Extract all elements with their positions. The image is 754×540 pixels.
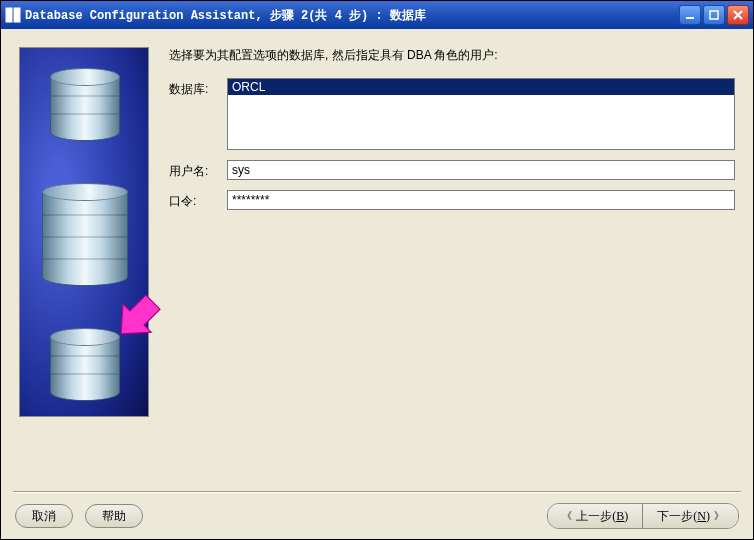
- password-field[interactable]: [227, 190, 735, 210]
- chevron-right-icon: 》: [714, 509, 724, 523]
- username-row: 用户名:: [169, 160, 735, 180]
- next-button[interactable]: 下一步(N) 》: [643, 504, 738, 528]
- window-title: Database Configuration Assistant, 步骤 2(共…: [25, 7, 679, 24]
- instruction-text: 选择要为其配置选项的数据库, 然后指定具有 DBA 角色的用户:: [169, 47, 735, 64]
- svg-rect-0: [6, 8, 12, 22]
- help-button[interactable]: 帮助: [85, 504, 143, 528]
- back-button[interactable]: 《 上一步(B): [548, 504, 642, 528]
- titlebar[interactable]: Database Configuration Assistant, 步骤 2(共…: [1, 1, 753, 29]
- svg-rect-2: [686, 17, 694, 19]
- form-area: 选择要为其配置选项的数据库, 然后指定具有 DBA 角色的用户: 数据库: OR…: [169, 47, 735, 473]
- maximize-button[interactable]: [703, 5, 725, 25]
- svg-rect-1: [14, 8, 20, 22]
- chevron-left-icon: 《: [562, 509, 572, 523]
- list-item[interactable]: ORCL: [228, 79, 734, 95]
- content-area: 选择要为其配置选项的数据库, 然后指定具有 DBA 角色的用户: 数据库: OR…: [1, 29, 753, 491]
- back-label: 上一步(B): [576, 508, 628, 525]
- username-label: 用户名:: [169, 160, 219, 180]
- app-icon: [5, 7, 21, 23]
- button-bar: 取消 帮助 《 上一步(B) 下一步(N) 》: [1, 493, 753, 539]
- database-label: 数据库:: [169, 78, 219, 98]
- password-label: 口令:: [169, 190, 219, 210]
- cancel-button[interactable]: 取消: [15, 504, 73, 528]
- database-row: 数据库: ORCL: [169, 78, 735, 150]
- minimize-button[interactable]: [679, 5, 701, 25]
- password-row: 口令:: [169, 190, 735, 210]
- next-label: 下一步(N): [657, 508, 710, 525]
- app-window: Database Configuration Assistant, 步骤 2(共…: [0, 0, 754, 540]
- svg-rect-3: [710, 11, 718, 19]
- username-field[interactable]: [227, 160, 735, 180]
- database-listbox[interactable]: ORCL: [227, 78, 735, 150]
- wizard-side-image: [19, 47, 149, 417]
- client-area: 选择要为其配置选项的数据库, 然后指定具有 DBA 角色的用户: 数据库: OR…: [1, 29, 753, 539]
- nav-button-group: 《 上一步(B) 下一步(N) 》: [547, 503, 739, 529]
- close-button[interactable]: [727, 5, 749, 25]
- window-controls: [679, 5, 749, 25]
